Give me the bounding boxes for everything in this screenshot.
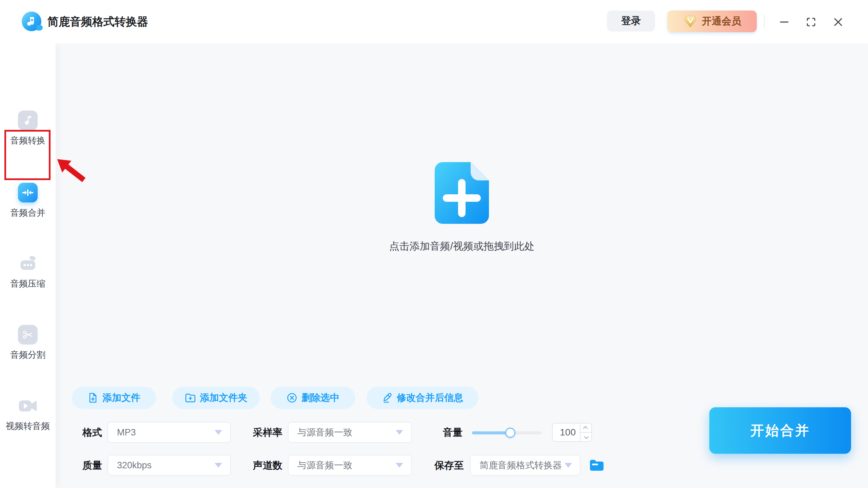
add-folder-label: 添加文件夹 xyxy=(200,391,248,404)
spinner-down-button[interactable] xyxy=(580,433,591,441)
quality-label: 质量 xyxy=(82,455,102,476)
quality-value: 320kbps xyxy=(117,460,211,471)
save-to-value: 简鹿音频格式转换器 xyxy=(479,459,562,471)
sidebar-item-label: 音频分割 xyxy=(0,349,56,361)
vip-label: 开通会员 xyxy=(702,15,741,28)
spinner-up-button[interactable] xyxy=(580,424,591,433)
minimize-icon xyxy=(780,17,789,27)
add-file-label: 添加文件 xyxy=(102,391,140,404)
sidebar-item-audio-compress[interactable]: 音频压缩 xyxy=(0,254,56,290)
volume-label: 音量 xyxy=(443,422,462,443)
music-note-icon xyxy=(26,16,37,27)
close-icon xyxy=(833,17,843,27)
folder-plus-icon xyxy=(185,392,196,404)
edit-merge-info-button[interactable]: 修改合并后信息 xyxy=(367,387,478,409)
channels-dropdown[interactable]: 与源音频一致 xyxy=(288,455,412,476)
app-window: 简鹿音频格式转换器 登录 开通会员 xyxy=(0,0,868,488)
sidebar-item-video-to-audio[interactable]: 视频转音频 xyxy=(0,396,56,432)
titlebar-divider xyxy=(764,15,765,28)
sample-rate-value: 与源音频一致 xyxy=(297,426,392,438)
volume-slider-thumb[interactable] xyxy=(505,428,515,438)
open-folder-button[interactable] xyxy=(589,459,604,471)
spinner-buttons xyxy=(580,424,591,441)
file-drop-zone[interactable]: 点击添加音频/视频或拖拽到此处 xyxy=(56,43,868,342)
chevron-down-icon xyxy=(396,430,403,435)
title-bar: 简鹿音频格式转换器 登录 开通会员 xyxy=(0,0,868,43)
chevron-up-icon xyxy=(583,426,588,431)
delete-selected-label: 删除选中 xyxy=(301,391,339,404)
login-button[interactable]: 登录 xyxy=(607,11,655,32)
add-file-document-icon xyxy=(435,162,489,224)
sidebar-item-label: 音频压缩 xyxy=(0,278,56,290)
sample-rate-label: 采样率 xyxy=(253,422,282,443)
audio-convert-icon xyxy=(18,111,38,130)
logo-tail-decoration xyxy=(37,25,43,31)
channels-value: 与源音频一致 xyxy=(297,459,392,471)
open-vip-button[interactable]: 开通会员 xyxy=(667,11,757,32)
volume-spinner: 100 xyxy=(552,423,592,442)
minimize-button[interactable] xyxy=(776,14,792,30)
format-dropdown[interactable]: MP3 xyxy=(107,422,231,443)
save-to-label: 保存至 xyxy=(434,455,464,476)
chevron-down-icon xyxy=(565,463,572,468)
app-title: 简鹿音频格式转换器 xyxy=(47,0,148,43)
pen-edit-icon xyxy=(382,392,393,403)
audio-compress-icon xyxy=(18,254,38,273)
maximize-button[interactable] xyxy=(803,14,819,30)
add-file-button[interactable]: 添加文件 xyxy=(72,387,156,409)
save-to-dropdown[interactable]: 简鹿音频格式转换器 xyxy=(470,455,580,476)
sidebar-item-label: 音频合并 xyxy=(0,207,56,219)
channels-label: 声道数 xyxy=(253,455,282,476)
volume-value-input[interactable]: 100 xyxy=(553,424,580,441)
chevron-down-icon xyxy=(215,430,222,435)
sample-rate-dropdown[interactable]: 与源音频一致 xyxy=(288,422,412,443)
start-merge-button[interactable]: 开始合并 xyxy=(709,407,851,454)
sidebar-item-label: 视频转音频 xyxy=(0,420,56,432)
close-button[interactable] xyxy=(830,14,846,30)
sidebar: 音频转换 音频合并 xyxy=(0,43,56,488)
vip-gem-icon xyxy=(683,14,698,29)
chevron-down-icon xyxy=(584,434,589,439)
sidebar-item-audio-merge[interactable]: 音频合并 xyxy=(0,183,56,219)
maximize-icon xyxy=(806,17,816,27)
sidebar-item-label: 音频转换 xyxy=(0,135,56,147)
sidebar-item-audio-split[interactable]: 音频分割 xyxy=(0,325,56,361)
folder-icon xyxy=(589,459,604,471)
format-label: 格式 xyxy=(82,422,102,443)
quality-dropdown[interactable]: 320kbps xyxy=(107,455,231,476)
volume-slider-fill xyxy=(472,431,510,434)
add-folder-button[interactable]: 添加文件夹 xyxy=(172,387,260,409)
audio-merge-icon xyxy=(18,183,38,202)
chevron-down-icon xyxy=(396,463,403,468)
drop-zone-hint: 点击添加音频/视频或拖拽到此处 xyxy=(56,239,868,253)
video-to-audio-icon xyxy=(18,396,38,416)
login-label: 登录 xyxy=(621,14,641,28)
volume-slider[interactable] xyxy=(472,426,542,440)
start-merge-label: 开始合并 xyxy=(750,421,810,440)
format-value: MP3 xyxy=(117,427,211,438)
audio-split-icon xyxy=(18,325,38,345)
sidebar-item-audio-convert[interactable]: 音频转换 xyxy=(0,111,56,147)
delete-selected-button[interactable]: 删除选中 xyxy=(271,387,355,409)
circle-x-icon xyxy=(287,392,297,403)
chevron-down-icon xyxy=(215,463,222,468)
edit-merge-info-label: 修改合并后信息 xyxy=(397,391,463,404)
file-plus-icon xyxy=(87,392,98,403)
